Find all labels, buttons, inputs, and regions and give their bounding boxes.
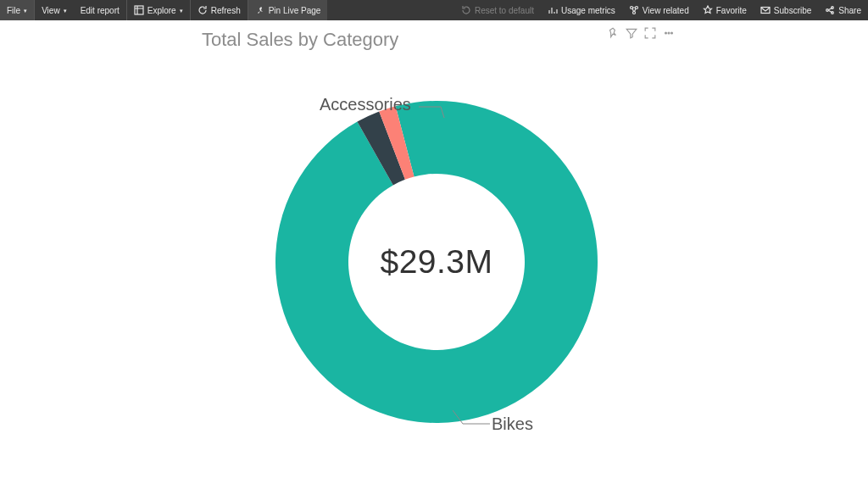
share-icon [825, 5, 835, 15]
donut-center-value: $29.3M [271, 97, 602, 427]
reset-button: Reset to default [454, 0, 541, 20]
svg-point-10 [671, 32, 673, 34]
edit-report-label: Edit report [81, 6, 120, 15]
usage-metrics-icon [548, 5, 558, 15]
svg-point-8 [665, 32, 667, 34]
pin-icon [255, 5, 265, 15]
subscribe-button[interactable]: Subscribe [754, 0, 818, 20]
reset-label: Reset to default [475, 6, 534, 15]
file-menu[interactable]: File ▾ [0, 0, 35, 20]
view-related-button[interactable]: View related [622, 0, 696, 20]
svg-point-3 [632, 12, 635, 14]
share-button[interactable]: Share [818, 0, 868, 20]
usage-metrics-button[interactable]: Usage metrics [541, 0, 622, 20]
chevron-down-icon: ▾ [64, 8, 67, 14]
svg-point-5 [826, 9, 829, 12]
explore-icon [134, 5, 144, 15]
command-bar: File ▾ View ▾ Edit report Explore ▾ Refr… [0, 0, 868, 20]
chevron-down-icon: ▾ [24, 8, 27, 14]
usage-metrics-label: Usage metrics [561, 6, 615, 15]
view-related-label: View related [643, 6, 689, 15]
focus-mode-icon[interactable] [644, 27, 656, 39]
reset-icon [461, 5, 471, 15]
file-menu-label: File [7, 6, 20, 15]
subscribe-label: Subscribe [774, 6, 811, 15]
refresh-icon [198, 5, 208, 15]
explore-menu[interactable]: Explore ▾ [127, 0, 191, 20]
svg-rect-0 [135, 6, 143, 14]
pin-live-page-label: Pin Live Page [269, 6, 321, 15]
donut-chart[interactable]: $29.3M [271, 97, 602, 427]
report-canvas: Total Sales by Category $29.3M Accessori… [0, 20, 868, 495]
visual-header [607, 27, 675, 39]
edit-report-button[interactable]: Edit report [74, 0, 127, 20]
refresh-button[interactable]: Refresh [191, 0, 248, 20]
star-icon [703, 5, 713, 15]
filter-icon[interactable] [626, 27, 637, 39]
visual-title: Total Sales by Category [202, 29, 398, 51]
view-menu[interactable]: View ▾ [35, 0, 74, 20]
view-related-icon [629, 5, 639, 15]
slice-label-bikes: Bikes [492, 414, 533, 434]
pin-visual-icon[interactable] [607, 27, 619, 39]
explore-label: Explore [147, 6, 176, 15]
favorite-button[interactable]: Favorite [696, 0, 754, 20]
more-options-icon[interactable] [663, 27, 675, 39]
refresh-label: Refresh [211, 6, 241, 15]
chevron-down-icon: ▾ [180, 8, 183, 14]
share-label: Share [838, 6, 861, 15]
pin-live-page-button[interactable]: Pin Live Page [248, 0, 328, 20]
favorite-label: Favorite [716, 6, 747, 15]
subscribe-icon [760, 5, 771, 15]
command-bar-left: File ▾ View ▾ Edit report Explore ▾ Refr… [0, 0, 327, 20]
view-menu-label: View [42, 6, 60, 15]
svg-line-13 [453, 410, 463, 424]
svg-line-12 [441, 107, 444, 118]
svg-point-9 [668, 32, 670, 34]
command-bar-right: Reset to default Usage metrics View rela… [454, 0, 868, 20]
slice-label-accessories: Accessories [320, 95, 411, 114]
